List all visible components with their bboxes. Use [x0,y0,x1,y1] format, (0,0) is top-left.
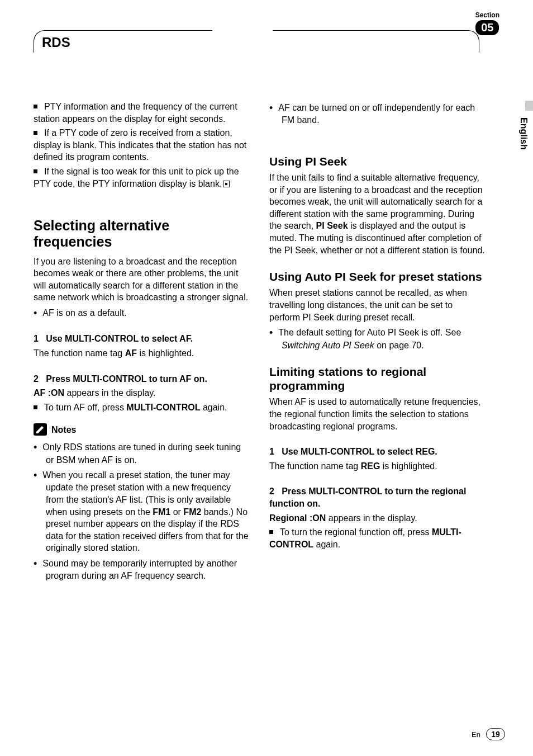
step-1-body: The function name tag AF is highlighted. [34,347,249,360]
step-2-body: AF :ON appears in the display. [34,387,249,399]
header-arc-right [273,30,479,53]
reg-step-2-sub: To turn the regional function off, press… [269,526,485,550]
square-bullet-icon [34,131,37,135]
alt-freq-intro: If you are listening to a broadcast and … [34,256,249,304]
notes-list: Only RDS stations are tuned in during se… [34,440,249,582]
language-label: English [518,117,529,150]
intro-bullet-2: If a PTY code of zero is received from a… [34,127,249,163]
alt-freq-default: AF is on as a default. [34,306,249,319]
end-of-section-icon [223,181,230,187]
page-number: 19 [486,728,505,740]
notes-label: Notes [51,424,76,436]
section-indicator: Section 05 [475,11,499,35]
auto-pi-bullet: The default setting for Auto PI Seek is … [269,325,485,351]
heading-pi-seek: Using PI Seek [269,154,485,168]
regional-body: When AF is used to automatically retune … [269,396,485,432]
reg-step-2-title: 2 Press MULTI-CONTROL to turn the region… [269,485,485,509]
section-label: Section [475,11,499,19]
left-column: PTY information and the frequency of the… [34,101,249,584]
square-bullet-icon [34,105,37,108]
heading-regional: Limiting stations to regional programmin… [269,365,485,393]
reg-step-2-body: Regional :ON appears in the display. [269,512,485,525]
pi-seek-body: If the unit fails to find a suitable alt… [269,172,485,256]
pencil-notes-icon [34,423,47,436]
chapter-title: RDS [42,35,70,50]
af-independent-note: AF can be turned on or off independently… [269,101,485,126]
content-columns: PTY information and the frequency of the… [34,101,505,584]
intro-bullet-3: If the signal is too weak for this unit … [34,166,249,190]
footer-language-abbr: En [472,730,480,739]
page-footer: En 19 [472,728,505,740]
step-2-sub: To turn AF off, press MULTI-CONTROL agai… [34,401,249,414]
right-column: AF can be turned on or off independently… [269,101,485,584]
step-2-title: 2 Press MULTI-CONTROL to turn AF on. [34,373,249,385]
square-bullet-icon [34,169,37,173]
intro-bullet-1: PTY information and the frequency of the… [34,101,249,125]
notes-header: Notes [34,423,249,436]
reg-step-1-body: The function name tag REG is highlighted… [269,460,485,472]
reg-step-1-title: 1 Use MULTI-CONTROL to select REG. [269,446,485,458]
square-bullet-icon [34,405,37,409]
note-2: When you recall a preset station, the tu… [46,468,249,554]
note-3: Sound may be temporarily interrupted by … [46,556,249,582]
section-number: 05 [475,20,499,35]
note-1: Only RDS stations are tuned in during se… [46,440,249,466]
page-header: RDS Section 05 [34,22,505,56]
square-bullet-icon [269,530,273,534]
language-tab-marker [525,101,533,111]
heading-auto-pi-seek: Using Auto PI Seek for preset stations [269,270,485,284]
manual-page: RDS Section 05 English PTY information a… [0,0,533,756]
heading-alt-freq: Selecting alternative frequencies [34,218,249,250]
step-1-title: 1 Use MULTI-CONTROL to select AF. [34,333,249,345]
auto-pi-body: When preset stations cannot be recalled,… [269,287,485,323]
